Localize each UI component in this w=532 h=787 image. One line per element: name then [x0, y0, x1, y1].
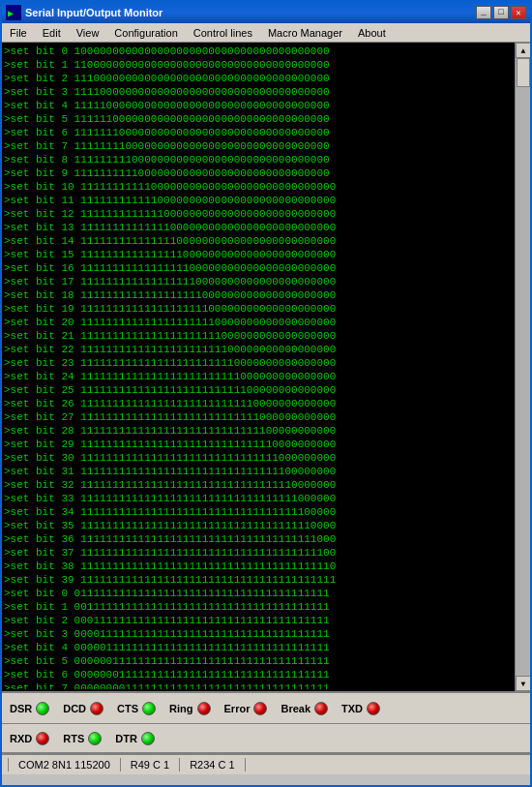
led-dsr [36, 702, 49, 715]
indicator-dtr: DTR [115, 732, 155, 745]
indicator-rxd: RXD [10, 732, 49, 745]
terminal-area[interactable]: >set bit 0 10000000000000000000000000000… [2, 43, 530, 691]
terminal-line: >set bit 21 1111111111111111111111000000… [4, 329, 517, 343]
led-dcd [90, 702, 103, 715]
terminal-line: >set bit 14 1111111111111110000000000000… [4, 234, 517, 248]
terminal-line: >set bit 27 1111111111111111111111111111… [4, 410, 517, 424]
terminal-line: >set bit 13 1111111111111100000000000000… [4, 221, 517, 234]
terminal-line: >set bit 3 00001111111111111111111111111… [4, 627, 517, 641]
indicator-rts: RTS [63, 732, 102, 745]
terminal-line: >set bit 37 1111111111111111111111111111… [4, 546, 517, 560]
terminal-line: >set bit 10 1111111111100000000000000000… [4, 180, 517, 194]
minimize-button[interactable]: _ [476, 6, 491, 19]
terminal-line: >set bit 33 1111111111111111111111111111… [4, 492, 517, 505]
led-ring [197, 702, 211, 715]
status-bar-row1: DSRDCDCTSRingErrorBreakTXD [2, 691, 530, 724]
scroll-thumb[interactable] [517, 58, 530, 87]
menu-item-control-lines[interactable]: Control lines [190, 26, 256, 40]
terminal-line: >set bit 1 00111111111111111111111111111… [4, 600, 517, 614]
terminal-line: >set bit 31 1111111111111111111111111111… [4, 465, 517, 478]
led-rts [88, 732, 102, 745]
led-cts [142, 702, 156, 715]
indicator-ring: Ring [169, 702, 210, 715]
close-button[interactable]: ✕ [511, 6, 526, 19]
indicator-label-dsr: DSR [10, 703, 32, 714]
led-break [314, 702, 328, 715]
led-rxd [36, 732, 49, 745]
indicator-label-txd: TXD [341, 703, 363, 714]
terminal-line: >set bit 28 1111111111111111111111111111… [4, 424, 517, 438]
scroll-up-button[interactable]: ▲ [516, 43, 531, 58]
indicator-label-error: Error [224, 703, 251, 714]
indicator-txd: TXD [341, 702, 380, 715]
title-bar: ▶ Serial Input/Output Monitor _ □ ✕ [2, 2, 530, 23]
menu-item-edit[interactable]: Edit [39, 26, 65, 40]
terminal-line: >set bit 3 11110000000000000000000000000… [4, 85, 517, 99]
terminal-line: >set bit 9 11111111110000000000000000000… [4, 166, 517, 180]
terminal-line: >set bit 39 1111111111111111111111111111… [4, 573, 517, 587]
terminal-line: >set bit 2 00011111111111111111111111111… [4, 614, 517, 627]
terminal-line: >set bit 4 00000111111111111111111111111… [4, 641, 517, 654]
app-icon: ▶ [6, 5, 21, 20]
terminal-line: >set bit 32 1111111111111111111111111111… [4, 478, 517, 492]
terminal-line: >set bit 36 1111111111111111111111111111… [4, 532, 517, 546]
svg-text:▶: ▶ [8, 8, 14, 18]
terminal-line: >set bit 25 1111111111111111111111111100… [4, 383, 517, 397]
status-bar-row2: RXDRTSDTR [2, 724, 530, 753]
terminal-line: >set bit 7 11111111000000000000000000000… [4, 139, 517, 153]
terminal-line: >set bit 1 11000000000000000000000000000… [4, 58, 517, 72]
terminal-line: >set bit 0 01111111111111111111111111111… [4, 587, 517, 600]
terminal-line: >set bit 35 1111111111111111111111111111… [4, 519, 517, 532]
indicator-dsr: DSR [10, 702, 49, 715]
scroll-down-button[interactable]: ▼ [516, 676, 531, 691]
terminal-line: >set bit 29 1111111111111111111111111111… [4, 438, 517, 451]
menu-item-view[interactable]: View [73, 26, 103, 40]
led-dtr [141, 732, 155, 745]
indicator-cts: CTS [117, 702, 156, 715]
indicator-break: Break [281, 702, 328, 715]
terminal-line: >set bit 30 1111111111111111111111111111… [4, 451, 517, 465]
menu-item-file[interactable]: File [6, 26, 31, 40]
terminal-line: >set bit 38 1111111111111111111111111111… [4, 560, 517, 573]
menu-item-about[interactable]: About [354, 26, 390, 40]
terminal-line: >set bit 5 11111100000000000000000000000… [4, 112, 517, 126]
terminal-line: >set bit 34 1111111111111111111111111111… [4, 505, 517, 519]
indicator-label-dcd: DCD [63, 703, 86, 714]
terminal-line: >set bit 4 11111000000000000000000000000… [4, 99, 517, 112]
terminal-line: >set bit 0 10000000000000000000000000000… [4, 45, 517, 58]
terminal-line: >set bit 12 1111111111111000000000000000… [4, 207, 517, 221]
terminal-line: >set bit 8 11111111100000000000000000000… [4, 153, 517, 166]
indicator-label-rxd: RXD [10, 733, 32, 744]
indicator-label-ring: Ring [169, 703, 192, 714]
scrollbar[interactable]: ▲ ▼ [515, 43, 530, 691]
info-bar: COM2 8N1 115200R49 C 1R234 C 1 [2, 753, 530, 774]
menu-bar: FileEditViewConfigurationControl linesMa… [2, 23, 530, 43]
terminal-line: >set bit 24 1111111111111111111111111000… [4, 370, 517, 383]
terminal-line: >set bit 16 1111111111111111100000000000… [4, 261, 517, 275]
window-controls: _ □ ✕ [476, 6, 526, 19]
terminal-line: >set bit 17 1111111111111111110000000000… [4, 275, 517, 288]
led-error [253, 702, 267, 715]
terminal-line: >set bit 2 11100000000000000000000000000… [4, 72, 517, 85]
terminal-line: >set bit 26 1111111111111111111111111110… [4, 397, 517, 410]
indicator-label-rts: RTS [63, 733, 84, 744]
menu-item-macro-manager[interactable]: Macro Manager [264, 26, 346, 40]
led-txd [367, 702, 380, 715]
terminal-line: >set bit 15 1111111111111111000000000000… [4, 248, 517, 261]
terminal-line: >set bit 19 1111111111111111111100000000… [4, 302, 517, 316]
indicator-dcd: DCD [63, 702, 103, 715]
terminal-line: >set bit 7 00000000111111111111111111111… [4, 681, 517, 689]
terminal-line: >set bit 5 00000011111111111111111111111… [4, 654, 517, 668]
terminal-line: >set bit 11 1111111111110000000000000000… [4, 194, 517, 207]
indicator-label-break: Break [281, 703, 310, 714]
indicator-label-cts: CTS [117, 703, 138, 714]
maximize-button[interactable]: □ [493, 6, 509, 19]
indicator-error: Error [224, 702, 268, 715]
info-segment-2: R234 C 1 [180, 758, 245, 772]
terminal-line: >set bit 6 11111110000000000000000000000… [4, 126, 517, 139]
terminal-line: >set bit 20 1111111111111111111110000000… [4, 316, 517, 329]
info-segment-1: R49 C 1 [121, 758, 180, 772]
scroll-track[interactable] [516, 58, 530, 676]
terminal-content: >set bit 0 10000000000000000000000000000… [4, 45, 517, 689]
menu-item-configuration[interactable]: Configuration [110, 26, 181, 40]
